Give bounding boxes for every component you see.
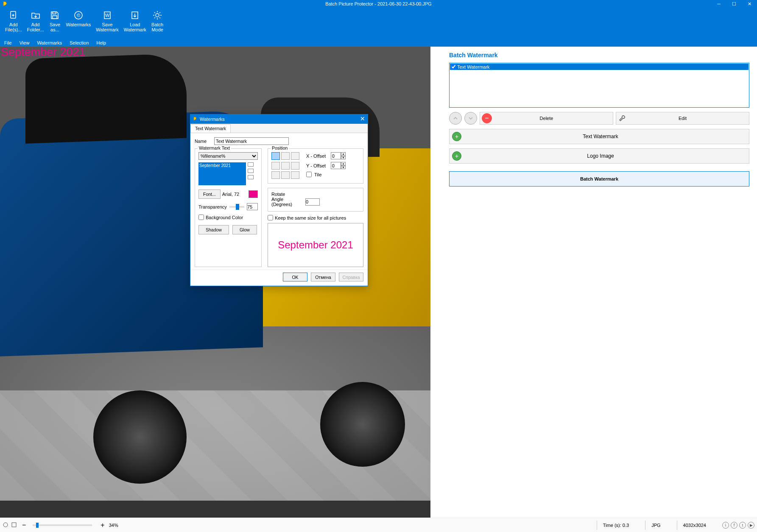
align-right-icon[interactable] — [248, 175, 254, 179]
align-center-icon[interactable] — [248, 169, 254, 173]
svg-rect-14 — [12, 523, 16, 527]
watermarks-dialog: Watermarks ✕ Text Watermark Name Waterma… — [190, 114, 368, 286]
menu-view[interactable]: View — [20, 40, 30, 45]
add-folder-button[interactable]: Add Folder... — [25, 9, 47, 32]
menu-help[interactable]: Help — [97, 40, 106, 45]
pos-bot-center[interactable] — [281, 171, 290, 179]
bg-color-label: Background Color — [206, 215, 243, 220]
menu-file[interactable]: File — [4, 40, 12, 45]
fit-icon[interactable] — [3, 522, 8, 529]
delete-icon: − — [482, 113, 492, 123]
window-titlebar: Batch Picture Protector - 2021-06-30 22-… — [0, 0, 757, 8]
add-files-button[interactable]: Add File(s)... — [3, 9, 25, 32]
watermark-text-group: Watermark Text %filename% Font... Arial,… — [195, 148, 262, 267]
transparency-input[interactable] — [247, 203, 258, 210]
zoom-in-button[interactable]: + — [101, 521, 104, 529]
position-group: Position — [268, 148, 363, 184]
pos-bot-right[interactable] — [291, 171, 299, 179]
bg-color-check[interactable] — [198, 214, 204, 220]
zoom-slider[interactable] — [33, 524, 92, 526]
app-icon — [2, 0, 9, 8]
menubar: File View Watermarks Selection Help — [0, 39, 757, 47]
name-input[interactable] — [214, 137, 289, 145]
delete-button[interactable]: − Delete — [480, 112, 613, 125]
side-panel: Batch Watermark Text Watermark − Delete — [430, 47, 757, 518]
facebook-icon[interactable]: f — [731, 522, 737, 529]
dialog-tabs: Text Watermark — [190, 124, 368, 133]
list-item-label: Text Watermark — [457, 64, 490, 70]
save-watermark-button[interactable]: W Save Watermark — [93, 9, 121, 32]
toolbar: Add File(s)... Add Folder... Save as... … — [0, 8, 757, 39]
delete-label: Delete — [540, 116, 553, 121]
color-swatch[interactable] — [249, 190, 258, 198]
pos-bot-left[interactable] — [271, 171, 280, 179]
zoom-out-button[interactable]: − — [22, 521, 26, 529]
watermark-preview: September 2021 — [268, 223, 363, 267]
status-bar: − + 34% Time (s): 0.3 JPG 4032x3024 i f … — [0, 518, 757, 532]
load-watermark-button[interactable]: Load Watermark — [121, 9, 149, 32]
pos-top-center[interactable] — [281, 152, 290, 160]
ok-button[interactable]: OK — [283, 273, 307, 281]
svg-rect-5 — [53, 12, 56, 14]
edit-button[interactable]: Edit — [616, 112, 749, 125]
twitter-icon[interactable]: t — [739, 522, 746, 529]
save-icon — [49, 9, 61, 21]
x-offset-input[interactable]: ▲▼ — [331, 152, 346, 159]
watermarks-button[interactable]: © Watermarks — [63, 9, 93, 27]
workspace: September 2021 Batch Watermark Text Wate… — [0, 47, 757, 518]
shadow-button[interactable]: Shadow — [198, 225, 229, 234]
svg-point-13 — [3, 523, 8, 527]
window-title: Batch Picture Protector - 2021-06-30 22-… — [325, 1, 432, 6]
pos-top-left[interactable] — [271, 152, 280, 160]
minimize-button[interactable]: ─ — [711, 0, 726, 8]
image-format: JPG — [645, 521, 666, 530]
move-up-button[interactable] — [449, 112, 462, 125]
keep-size-check[interactable] — [268, 215, 273, 220]
x-offset-label: X - Offset — [306, 153, 328, 159]
menu-selection[interactable]: Selection — [70, 40, 89, 45]
y-offset-input[interactable]: ▲▼ — [331, 162, 346, 169]
svg-point-12 — [156, 14, 159, 17]
angle-input[interactable] — [305, 198, 320, 206]
youtube-icon[interactable]: ▶ — [748, 522, 754, 529]
pos-top-right[interactable] — [291, 152, 299, 160]
list-item[interactable]: Text Watermark — [450, 64, 749, 70]
batch-watermark-button[interactable]: Batch Watermark — [449, 171, 749, 187]
add-logo-image-button[interactable]: + Logo Image — [449, 148, 749, 164]
angle-label: Angle (Degrees) — [271, 197, 303, 207]
pos-mid-right[interactable] — [291, 162, 299, 170]
menu-watermarks[interactable]: Watermarks — [37, 40, 62, 45]
dialog-close-button[interactable]: ✕ — [360, 115, 365, 122]
close-button[interactable]: ✕ — [742, 0, 757, 8]
token-select[interactable]: %filename% — [198, 152, 258, 160]
dialog-titlebar[interactable]: Watermarks ✕ — [190, 114, 368, 124]
align-left-icon[interactable] — [248, 162, 254, 167]
transparency-slider[interactable] — [229, 206, 244, 208]
gear-icon — [151, 9, 163, 21]
edit-label: Edit — [679, 116, 687, 121]
tab-text-watermark[interactable]: Text Watermark — [190, 124, 231, 133]
save-as-button[interactable]: Save as... — [46, 9, 63, 32]
watermark-list[interactable]: Text Watermark — [449, 63, 749, 108]
tile-check[interactable] — [306, 172, 312, 177]
image-dimensions: 4032x3024 — [677, 521, 712, 530]
watermark-text-input[interactable] — [198, 162, 246, 185]
text-wm-label: Text Watermark — [452, 134, 749, 139]
batch-mode-button[interactable]: Batch Mode — [149, 9, 166, 32]
batch-label: Batch Watermark — [580, 176, 618, 181]
svg-rect-6 — [53, 16, 57, 19]
maximize-button[interactable]: ☐ — [726, 0, 742, 8]
pos-mid-center[interactable] — [281, 162, 290, 170]
position-grid[interactable] — [271, 152, 299, 180]
help-button[interactable]: Справка — [339, 273, 363, 281]
pos-mid-left[interactable] — [271, 162, 280, 170]
info-icon[interactable]: i — [722, 522, 729, 529]
actual-size-icon[interactable] — [11, 522, 17, 529]
list-item-check[interactable] — [451, 64, 456, 70]
cancel-button[interactable]: Отмена — [311, 273, 335, 281]
glow-button[interactable]: Glow — [232, 225, 257, 234]
y-offset-label: Y - Offset — [306, 163, 328, 168]
move-down-button[interactable] — [464, 112, 477, 125]
font-button[interactable]: Font... — [198, 189, 221, 199]
add-text-watermark-button[interactable]: + Text Watermark — [449, 129, 749, 144]
